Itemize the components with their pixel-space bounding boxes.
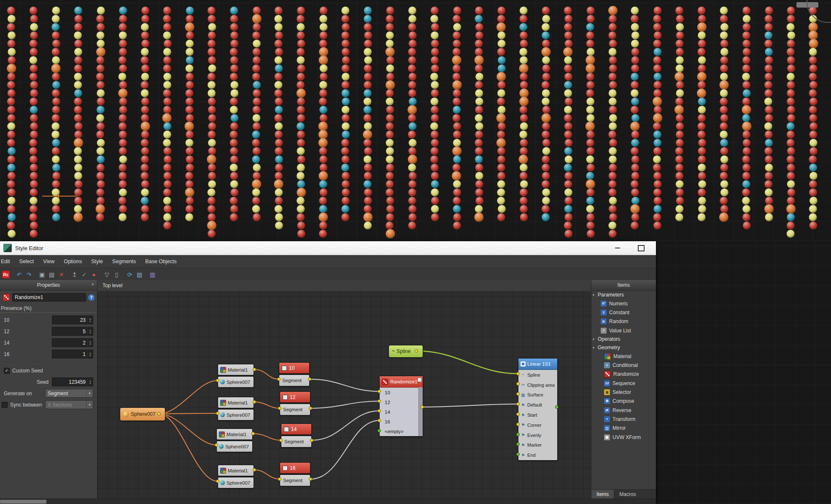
presence-12-spinner[interactable]: 5 ▴▾	[52, 327, 93, 336]
menu-item-style[interactable]: Style	[86, 255, 108, 268]
presence-10-spinner[interactable]: 23 ▴▾	[52, 315, 93, 324]
node-label: Segment	[280, 404, 310, 415]
section-parameters[interactable]: ▾ Parameters	[591, 291, 656, 299]
collapse-arrow-icon[interactable]: ▾	[593, 293, 596, 297]
horizontal-scrollbar[interactable]	[0, 499, 656, 504]
node-segment-16[interactable]: 16 Segment	[280, 462, 310, 486]
items-item-sequence[interactable]: 12 Sequence	[591, 379, 656, 388]
delete-icon[interactable]: ✕	[57, 270, 66, 280]
collapse-arrow-icon[interactable]: ▾	[593, 337, 596, 341]
menu-item-segments[interactable]: Segments	[108, 255, 140, 268]
minimize-button[interactable]	[610, 244, 625, 252]
items-item-random[interactable]: R Random	[591, 317, 656, 326]
scrollbar-thumb[interactable]	[0, 500, 46, 504]
3d-viewport-lower[interactable]	[656, 241, 831, 504]
node-material-pair-2[interactable]: Material1 Sphere007	[218, 397, 254, 420]
items-item-material[interactable]: Material	[591, 352, 656, 361]
node-label: Segment	[279, 375, 310, 386]
items-item-numeric[interactable]: X² Numeric	[591, 299, 656, 308]
custom-seed-checkbox[interactable]: ✓	[4, 368, 10, 374]
spinner-arrows-icon[interactable]: ▴▾	[87, 316, 93, 324]
menu-item-options[interactable]: Options	[59, 255, 86, 268]
tab-macros[interactable]: Macros	[614, 490, 641, 499]
presence-16-spinner[interactable]: 1 ▴▾	[52, 350, 93, 358]
trash-icon[interactable]: ▯	[112, 270, 121, 280]
export-icon[interactable]: ↥	[70, 270, 79, 280]
undo-icon[interactable]: ↶	[14, 270, 24, 280]
node-segment-12[interactable]: 12 Segment	[280, 391, 310, 415]
items-item-uvw-xform[interactable]: ▦ UVW XForm	[591, 433, 656, 442]
node-collapse-toggle[interactable]	[417, 377, 422, 382]
titlebar[interactable]: Style Editor	[0, 241, 656, 255]
node-wires	[97, 280, 591, 499]
refresh-icon[interactable]: ⟳	[125, 270, 135, 280]
sync-between-checkbox[interactable]	[2, 402, 8, 408]
generate-on-row: Generate on Segment ▾	[0, 388, 97, 399]
export-style-icon[interactable]: ▨	[135, 270, 144, 280]
breadcrumb[interactable]: Top level	[103, 283, 122, 288]
menu-item-view[interactable]: View	[38, 255, 59, 268]
menu-item-base-objects[interactable]: Base Objects	[140, 255, 181, 268]
tab-items[interactable]: Items	[591, 490, 614, 499]
disable-icon[interactable]: ●	[89, 270, 99, 280]
generate-on-select[interactable]: Segment ▾	[45, 389, 93, 398]
sphere-icon	[123, 412, 129, 417]
toolbar: Rc ↶ ↷ ▣ ▤ ✕ ↥ ✓ ● ▽ ▯ ⟳ ▨ ▥	[0, 268, 656, 281]
constant-icon: 2	[601, 310, 607, 315]
spinner-arrows-icon[interactable]: ▴▾	[87, 327, 93, 335]
sync-between-select[interactable]: X Sections ▾	[45, 400, 93, 409]
collapse-arrow-icon[interactable]: ▾	[593, 346, 596, 350]
divider	[0, 362, 97, 363]
node-name-field[interactable]: Randomize1	[12, 293, 86, 302]
node-material-pair-3[interactable]: Material1 Sphere007	[216, 429, 253, 452]
input-slot: ▦Surface	[518, 390, 557, 400]
node-canvas[interactable]: Top level	[97, 280, 591, 499]
node-material-pair-1[interactable]: Material1 Sphere007	[218, 364, 254, 388]
items-item-value-list[interactable]: ≡ Value List	[591, 326, 656, 335]
items-item-conditional[interactable]: ? Conditional	[591, 361, 656, 369]
material-icon	[604, 353, 611, 360]
presence-value: 23	[52, 317, 87, 323]
node-sphere007-base[interactable]: Sphere007	[120, 407, 165, 421]
spinner-arrows-icon[interactable]: ▴▾	[87, 378, 93, 386]
menu-item-select[interactable]: Select	[15, 255, 39, 268]
paste-icon[interactable]: ▤	[47, 270, 57, 280]
spinner-arrows-icon[interactable]: ▴▾	[87, 350, 93, 358]
items-item-reverse[interactable]: ⇄ Reverse	[591, 406, 656, 415]
node-randomize1[interactable]: Randomize1 10 12 14 16 <empty>	[379, 376, 423, 437]
node-material-pair-4[interactable]: Material1 Sphere007	[218, 465, 254, 488]
node-label: Sphere007	[227, 380, 250, 385]
node-label: Sphere007	[227, 480, 250, 485]
library-icon[interactable]: ▥	[148, 270, 157, 280]
section-operators[interactable]: ▾ Operators	[591, 335, 656, 343]
node-segment-10[interactable]: 10 Segment	[279, 362, 310, 386]
help-icon[interactable]: ?	[88, 294, 94, 301]
seed-spinner[interactable]: 123459 ▴▾	[52, 377, 93, 386]
spinner-arrows-icon[interactable]: ▴▾	[87, 339, 93, 347]
items-item-constant[interactable]: 2 Constant	[591, 308, 656, 317]
redo-icon[interactable]: ↷	[24, 270, 34, 280]
menu-item-edit[interactable]: Edit	[0, 255, 15, 268]
section-geometry[interactable]: ▾ Geometry	[591, 343, 656, 352]
node-spline[interactable]: ~ Spline	[389, 345, 423, 358]
maximize-button[interactable]	[634, 244, 648, 252]
node-side-strip	[418, 387, 423, 436]
items-item-compose[interactable]: ⧉ Compose	[591, 397, 656, 406]
presence-14-spinner[interactable]: 2 ▴▾	[52, 338, 93, 347]
items-item-transform[interactable]: + Transform	[591, 415, 656, 423]
items-item-selector[interactable]: ≣ Selector	[591, 388, 656, 396]
check-icon[interactable]: ✓	[79, 270, 89, 280]
copy-icon[interactable]: ▣	[37, 270, 47, 280]
filter-icon[interactable]: ▽	[102, 270, 112, 280]
node-linear-1s1[interactable]: Linear 1S1 ~Spline ✂Clipping area ▦Surfa…	[518, 358, 558, 461]
material-icon	[220, 367, 226, 373]
items-item-mirror[interactable]: ◫ Mirror	[591, 424, 656, 433]
close-icon[interactable]: ×	[92, 282, 94, 287]
3d-viewport[interactable]	[0, 0, 831, 241]
node-segment-14[interactable]: 14 Segment	[281, 423, 312, 447]
items-item-randomize[interactable]: Randomize	[591, 370, 656, 379]
node-label: Sphere007	[225, 444, 249, 449]
sequence-icon: 12	[604, 380, 610, 386]
mirror-icon: ◫	[604, 425, 610, 431]
menu-bar: Edit Select View Options Style Segments …	[0, 255, 656, 268]
